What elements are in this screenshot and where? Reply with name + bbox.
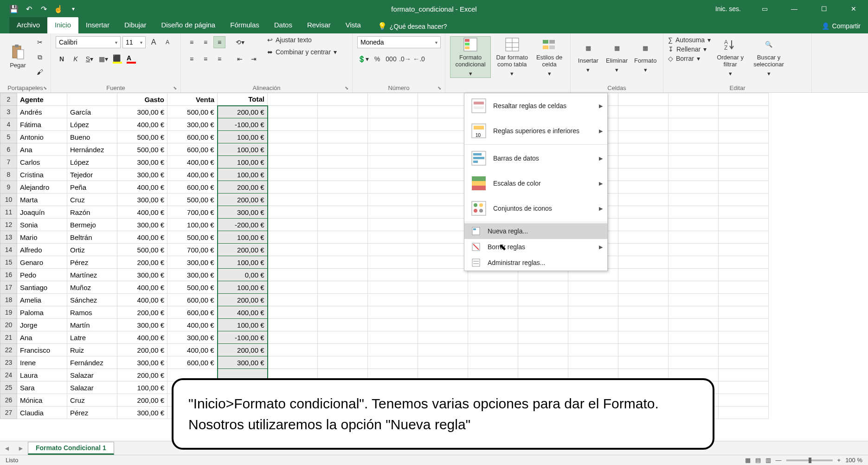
cell[interactable] <box>568 356 618 369</box>
cell[interactable]: 600,00 € <box>167 181 218 194</box>
cell[interactable] <box>719 194 769 206</box>
cf-data-bars[interactable]: Barras de datos ▶ <box>464 146 607 171</box>
tab-insert[interactable]: Insertar <box>78 17 117 33</box>
qat-customize-icon[interactable]: ▾ <box>69 4 78 13</box>
cell[interactable]: García <box>67 106 117 118</box>
cell-selected[interactable]: 300,00 € <box>218 356 268 369</box>
cell[interactable] <box>669 356 719 369</box>
tab-home[interactable]: Inicio <box>47 17 78 33</box>
cell[interactable] <box>268 93 318 106</box>
cell[interactable] <box>669 319 719 331</box>
cell[interactable]: 100,00 € <box>117 381 167 394</box>
cell[interactable] <box>268 356 318 369</box>
tab-layout[interactable]: Diseño de página <box>154 17 223 33</box>
cell[interactable]: Cruz <box>67 394 117 407</box>
row-header[interactable]: 8 <box>0 168 17 181</box>
cell[interactable] <box>568 319 618 331</box>
cell[interactable]: Paloma <box>17 306 67 319</box>
cell[interactable] <box>318 356 368 369</box>
percent-icon[interactable]: % <box>371 53 383 65</box>
dialog-launcher-icon[interactable]: ⬊ <box>43 85 47 90</box>
align-right-icon[interactable]: ≡ <box>213 53 225 65</box>
cf-icon-sets[interactable]: Conjuntos de iconos ▶ <box>464 196 607 221</box>
tab-draw[interactable]: Dibujar <box>117 17 154 33</box>
row-header[interactable]: 13 <box>0 231 17 244</box>
cell[interactable]: 300,00 € <box>117 269 167 281</box>
cell[interactable] <box>268 344 318 356</box>
cell[interactable]: Antonio <box>17 131 67 143</box>
cell-selected[interactable]: 200,00 € <box>218 344 268 356</box>
cell[interactable] <box>468 319 518 331</box>
cell[interactable]: Martínez <box>67 269 117 281</box>
cell[interactable] <box>318 131 368 143</box>
cell[interactable] <box>268 118 318 131</box>
cell-selected[interactable]: 100,00 € <box>218 156 268 168</box>
cell[interactable] <box>368 93 418 106</box>
cell[interactable] <box>719 269 769 281</box>
cell[interactable]: Ramos <box>67 306 117 319</box>
row-header[interactable]: 22 <box>0 344 17 356</box>
cell[interactable]: 500,00 € <box>117 244 167 256</box>
tab-view[interactable]: Vista <box>338 17 368 33</box>
cell[interactable]: 200,00 € <box>117 369 167 381</box>
row-header[interactable]: 19 <box>0 306 17 319</box>
font-size-dropdown[interactable]: 11▾ <box>122 36 146 48</box>
close-icon[interactable]: ✕ <box>843 0 864 18</box>
cell[interactable]: Agente <box>17 93 67 106</box>
cell[interactable] <box>719 344 769 356</box>
cell[interactable]: Alfredo <box>17 244 67 256</box>
cell[interactable] <box>418 256 468 269</box>
cell[interactable] <box>719 168 769 181</box>
cell-selected[interactable]: 100,00 € <box>218 231 268 244</box>
cell[interactable]: Ana <box>17 331 67 344</box>
cell[interactable]: Laura <box>17 369 67 381</box>
cell[interactable] <box>268 294 318 306</box>
cell[interactable] <box>618 219 669 231</box>
cell[interactable] <box>418 294 468 306</box>
cell[interactable]: 500,00 € <box>167 281 218 294</box>
cell[interactable]: Razón <box>67 206 117 219</box>
cell[interactable]: Muñoz <box>67 281 117 294</box>
cell[interactable] <box>418 269 468 281</box>
dialog-launcher-icon[interactable]: ⬊ <box>173 85 177 90</box>
cell[interactable] <box>719 306 769 319</box>
cell-selected[interactable]: -200,00 € <box>218 219 268 231</box>
cell[interactable] <box>318 256 368 269</box>
cell[interactable] <box>618 181 669 194</box>
cell[interactable]: 300,00 € <box>117 168 167 181</box>
cell[interactable] <box>669 194 719 206</box>
cell[interactable]: 400,00 € <box>167 156 218 168</box>
cell[interactable] <box>368 269 418 281</box>
cell[interactable]: Pérez <box>67 256 117 269</box>
cell[interactable]: 500,00 € <box>117 143 167 156</box>
cell[interactable] <box>669 206 719 219</box>
row-header[interactable]: 18 <box>0 294 17 306</box>
cell[interactable] <box>268 319 318 331</box>
row-header[interactable]: 4 <box>0 118 17 131</box>
cell[interactable] <box>368 156 418 168</box>
cell[interactable] <box>418 206 468 219</box>
cell-selected[interactable]: 200,00 € <box>218 194 268 206</box>
cell[interactable] <box>368 181 418 194</box>
cell[interactable] <box>618 281 669 294</box>
copy-icon[interactable]: ⧉ <box>34 51 46 63</box>
increase-decimal-icon[interactable]: .0→ <box>399 53 411 65</box>
cell[interactable] <box>618 319 669 331</box>
cell[interactable]: Francisco <box>17 344 67 356</box>
cf-color-scales[interactable]: Escalas de color ▶ <box>464 171 607 196</box>
cell[interactable] <box>368 118 418 131</box>
cell[interactable] <box>518 344 568 356</box>
cell[interactable] <box>418 281 468 294</box>
cell[interactable] <box>368 131 418 143</box>
row-header[interactable]: 12 <box>0 219 17 231</box>
align-middle-icon[interactable]: ≡ <box>199 36 212 48</box>
view-layout-icon[interactable]: ▤ <box>755 457 761 464</box>
cell[interactable] <box>669 156 719 168</box>
cell[interactable]: 400,00 € <box>117 331 167 344</box>
cell[interactable] <box>719 281 769 294</box>
cell-selected[interactable]: 0,00 € <box>218 269 268 281</box>
format-as-table-button[interactable]: Dar formato como tabla ▾ <box>494 36 530 78</box>
cell[interactable] <box>618 231 669 244</box>
font-color-icon[interactable]: A <box>125 53 137 65</box>
align-center-icon[interactable]: ≡ <box>199 53 212 65</box>
